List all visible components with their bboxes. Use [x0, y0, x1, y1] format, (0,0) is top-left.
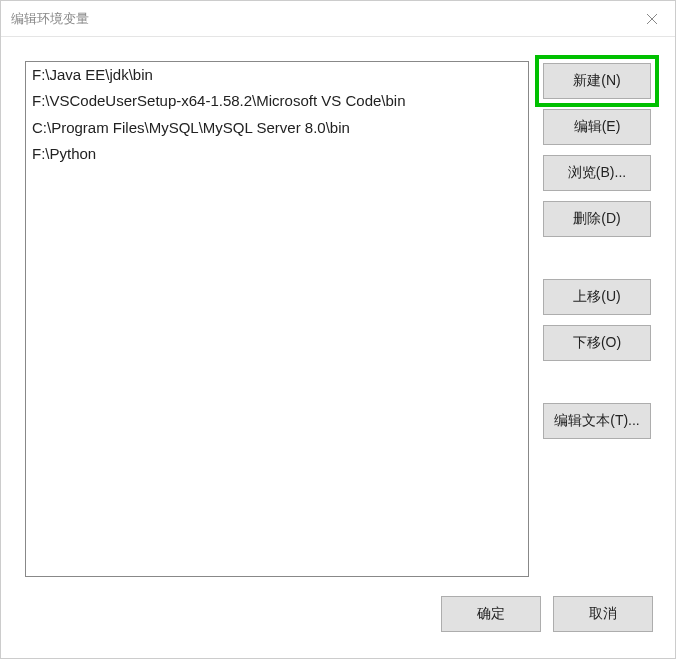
footer: 确定 取消 — [1, 596, 675, 658]
delete-button[interactable]: 删除(D) — [543, 201, 651, 237]
side-button-panel: 新建(N) 编辑(E) 浏览(B)... 删除(D) 上移(U) 下移(O) 编… — [543, 61, 651, 582]
cancel-button[interactable]: 取消 — [553, 596, 653, 632]
close-button[interactable] — [629, 1, 675, 37]
titlebar: 编辑环境变量 — [1, 1, 675, 37]
dialog-title: 编辑环境变量 — [11, 10, 89, 28]
edit-button[interactable]: 编辑(E) — [543, 109, 651, 145]
content-area: F:\Java EE\jdk\bin F:\VSCodeUserSetup-x6… — [1, 37, 675, 596]
move-down-button[interactable]: 下移(O) — [543, 325, 651, 361]
list-item[interactable]: C:\Program Files\MySQL\MySQL Server 8.0\… — [26, 115, 528, 141]
path-listbox[interactable]: F:\Java EE\jdk\bin F:\VSCodeUserSetup-x6… — [25, 61, 529, 577]
move-up-button[interactable]: 上移(U) — [543, 279, 651, 315]
edit-text-button[interactable]: 编辑文本(T)... — [543, 403, 651, 439]
list-item[interactable]: F:\VSCodeUserSetup-x64-1.58.2\Microsoft … — [26, 88, 528, 114]
new-button[interactable]: 新建(N) — [543, 63, 651, 99]
env-var-dialog: 编辑环境变量 F:\Java EE\jdk\bin F:\VSCodeUserS… — [0, 0, 676, 659]
close-icon — [646, 13, 658, 25]
list-item[interactable]: F:\Python — [26, 141, 528, 167]
browse-button[interactable]: 浏览(B)... — [543, 155, 651, 191]
ok-button[interactable]: 确定 — [441, 596, 541, 632]
list-item[interactable]: F:\Java EE\jdk\bin — [26, 62, 528, 88]
